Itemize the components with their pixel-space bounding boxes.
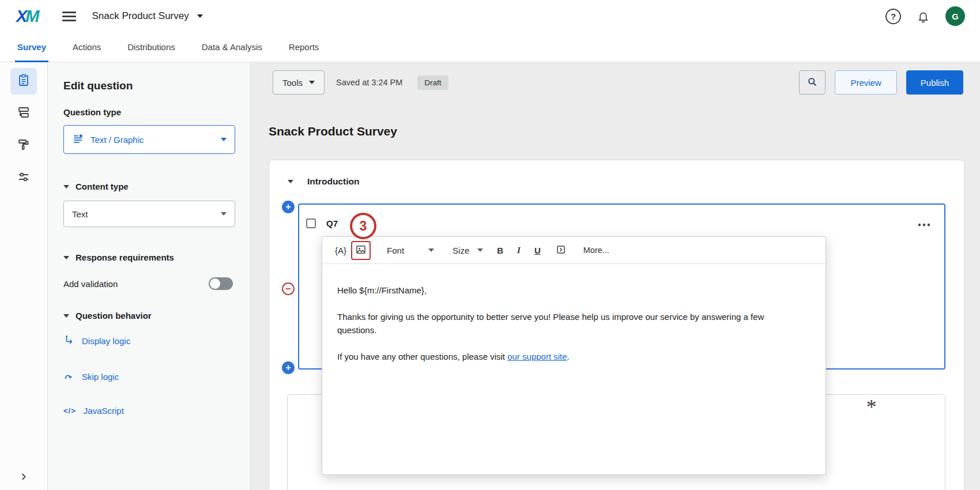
- tab-distributions[interactable]: Distributions: [127, 32, 175, 62]
- block-title: Introduction: [307, 176, 359, 187]
- chevron-down-icon: [428, 248, 434, 252]
- survey-title-menu[interactable]: Snack Product Survey: [92, 10, 203, 22]
- user-avatar[interactable]: G: [945, 6, 965, 26]
- italic-button[interactable]: I: [517, 246, 521, 255]
- content-type-label: Content type: [76, 182, 129, 191]
- support-site-link[interactable]: our support site: [507, 352, 567, 361]
- annotation-step-badge: 3: [350, 213, 376, 239]
- saved-status-text: Saved at 3:24 PM: [336, 78, 402, 87]
- editor-content[interactable]: Hello ${m://FirstName}, Thanks for givin…: [322, 264, 826, 363]
- support-text-prefix: If you have any other questions, please …: [337, 352, 507, 361]
- editor-paragraph-greeting: Hello ${m://FirstName},: [337, 284, 811, 297]
- display-logic-icon: [63, 334, 74, 347]
- help-icon[interactable]: ?: [885, 9, 901, 24]
- javascript-link[interactable]: </> JavaScript: [63, 406, 235, 416]
- rail-item-builder[interactable]: [10, 68, 37, 95]
- question-behavior-label: Question behavior: [76, 311, 152, 321]
- skip-logic-link[interactable]: Skip logic: [63, 370, 235, 383]
- font-dropdown[interactable]: Font: [387, 246, 434, 255]
- question-q7-header: Q7: [306, 218, 338, 228]
- image-icon: [355, 244, 367, 257]
- display-logic-link[interactable]: Display logic: [63, 334, 235, 347]
- chevron-down-icon: [63, 314, 69, 318]
- xm-logo-m: M: [25, 7, 39, 26]
- content-type-dropdown[interactable]: Text: [63, 201, 235, 227]
- tools-button[interactable]: Tools: [273, 70, 325, 95]
- chevron-down-icon: [197, 14, 203, 18]
- app-screen: X M Snack Product Survey ? G Survey Acti…: [0, 0, 980, 490]
- content-type-section-header[interactable]: Content type: [63, 182, 235, 191]
- xm-logo[interactable]: X M: [16, 7, 39, 26]
- add-validation-label: Add validation: [63, 279, 118, 289]
- chevron-down-icon: [63, 185, 69, 189]
- add-question-below-button[interactable]: +: [282, 361, 295, 374]
- editor-paragraph-body: Thanks for giving us the opportunity to …: [337, 310, 798, 337]
- block-header[interactable]: Introduction: [288, 176, 359, 187]
- required-asterisk: *: [865, 395, 876, 419]
- preview-button[interactable]: Preview: [835, 70, 896, 95]
- size-dropdown[interactable]: Size: [453, 246, 483, 255]
- add-question-above-button[interactable]: +: [282, 201, 295, 213]
- font-label: Font: [387, 246, 404, 255]
- question-type-value: Text / Graphic: [91, 135, 144, 145]
- tab-reports[interactable]: Reports: [289, 32, 319, 62]
- publish-button[interactable]: Publish: [906, 70, 963, 95]
- search-button[interactable]: [799, 70, 826, 95]
- rail-item-survey-options[interactable]: [10, 165, 37, 191]
- question-type-dropdown[interactable]: Text / Graphic: [63, 125, 235, 154]
- rail-item-survey-flow[interactable]: [10, 100, 37, 127]
- size-label: Size: [453, 246, 469, 255]
- more-button[interactable]: More...: [583, 246, 609, 255]
- add-validation-row: Add validation: [63, 277, 233, 290]
- panel-heading: Edit question: [63, 80, 235, 92]
- expand-rail-chevron-icon[interactable]: ›: [0, 468, 47, 483]
- primary-nav: Survey Actions Distributions Data & Anal…: [0, 32, 980, 62]
- search-icon: [806, 76, 818, 89]
- tab-survey[interactable]: Survey: [17, 32, 46, 62]
- code-icon: </>: [63, 406, 76, 415]
- insert-image-highlight-box: [351, 241, 371, 260]
- survey-title-text: Snack Product Survey: [92, 10, 189, 22]
- remove-question-button[interactable]: −: [282, 282, 295, 295]
- question-behavior-section-header[interactable]: Question behavior: [63, 311, 235, 321]
- text-graphic-icon: [72, 133, 84, 146]
- chevron-down-icon: [221, 138, 227, 141]
- support-text-suffix: .: [567, 352, 570, 361]
- chevron-down-icon: [309, 81, 315, 84]
- notifications-bell-icon[interactable]: [917, 10, 929, 22]
- chevron-down-icon: [63, 256, 69, 259]
- content-type-value: Text: [72, 209, 88, 219]
- question-type-label: Question type: [63, 107, 235, 117]
- top-bar: X M Snack Product Survey ? G: [0, 0, 980, 32]
- add-validation-toggle[interactable]: [209, 277, 233, 290]
- insert-image-button[interactable]: [355, 244, 367, 257]
- paint-roller-icon: [17, 138, 31, 154]
- hamburger-menu-icon[interactable]: [62, 9, 76, 24]
- editor-paragraph-support: If you have any other questions, please …: [337, 350, 811, 363]
- tools-label: Tools: [282, 78, 303, 88]
- survey-toolbar: Tools Saved at 3:24 PM Draft Preview Pub…: [273, 70, 963, 95]
- draft-badge: Draft: [417, 76, 448, 90]
- topbar-actions: ? G: [885, 6, 965, 26]
- response-requirements-section-header[interactable]: Response requirements: [63, 252, 235, 262]
- rail-item-look-and-feel[interactable]: [10, 133, 37, 159]
- question-id: Q7: [326, 218, 338, 228]
- underline-button[interactable]: U: [534, 246, 541, 255]
- bold-button[interactable]: B: [497, 246, 503, 255]
- response-requirements-label: Response requirements: [76, 252, 174, 262]
- chevron-down-icon: [477, 248, 483, 252]
- javascript-label: JavaScript: [84, 406, 124, 416]
- piped-text-button[interactable]: {A}: [335, 246, 346, 255]
- insert-source-button[interactable]: [556, 244, 566, 257]
- source-code-icon: [556, 244, 566, 257]
- tab-actions[interactable]: Actions: [73, 32, 101, 62]
- main-area: Tools Saved at 3:24 PM Draft Preview Pub…: [251, 62, 980, 490]
- skip-logic-icon: [63, 370, 74, 383]
- tab-data-analysis[interactable]: Data & Analysis: [202, 32, 262, 62]
- question-select-checkbox[interactable]: [306, 218, 316, 228]
- page-title: Snack Product Survey: [269, 125, 397, 138]
- editor-toolbar: {A} Font Size B I: [322, 237, 826, 264]
- question-more-options-icon[interactable]: [918, 218, 930, 229]
- chevron-down-icon: [221, 212, 227, 216]
- survey-builder-icon: [17, 73, 31, 89]
